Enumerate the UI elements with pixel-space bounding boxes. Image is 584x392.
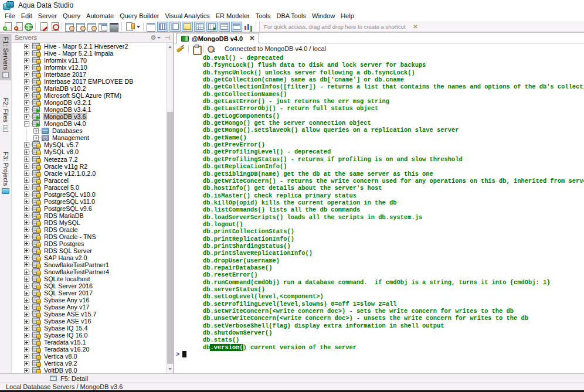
expand-icon[interactable]: [24, 234, 29, 239]
tree-item-oracle-v12-1-0-2-0[interactable]: Oracle v12.1.0.2.0: [12, 170, 173, 177]
expand-icon[interactable]: [24, 149, 29, 155]
tree-item-hive-mapr-5-2-1-impala[interactable]: Hive - Mapr 5.2.1 Impala: [12, 50, 173, 57]
tree-item-label[interactable]: Paraccel: [43, 177, 70, 184]
tree-item-label[interactable]: Sybase Any v17: [43, 304, 90, 311]
tree-item-vertica-v9-2[interactable]: Vertica v9.2: [12, 360, 173, 367]
tree-item-vertica-v8-0[interactable]: Vertica v8.0: [12, 353, 173, 360]
tree-item-label[interactable]: Sybase Any v16: [43, 296, 90, 304]
chart-icon[interactable]: [243, 22, 253, 31]
tree-item-label[interactable]: MongoDB v3.4.1: [43, 106, 92, 113]
scroll-up-icon[interactable]: [168, 46, 172, 48]
tree-item-label[interactable]: MySQL v8.0: [43, 148, 80, 155]
tree-item-mongodb-v4-0[interactable]: MongoDB v4.0: [12, 120, 173, 127]
server-registration-icon[interactable]: [13, 22, 23, 31]
tree-item-rds-mysql[interactable]: RDS MySQL: [12, 219, 173, 226]
tree-item-sql-server-2017[interactable]: SQL Server 2017: [12, 289, 173, 296]
table-data-icon[interactable]: [64, 22, 74, 31]
menu-query-builder[interactable]: Query Builder: [117, 12, 162, 19]
tree-item-label[interactable]: RDS MariaDB: [43, 212, 85, 219]
tree-item-postgresql-v11-0[interactable]: PostgreSQL v11.0: [12, 198, 173, 205]
tree-item-sql-server-2016[interactable]: SQL Server 2016: [12, 282, 173, 289]
tree-item-label[interactable]: Interbase 2017: [43, 71, 87, 78]
tree-item-label[interactable]: SQL Server 2016: [43, 282, 94, 289]
expand-icon[interactable]: [24, 312, 29, 317]
expand-icon[interactable]: [24, 72, 29, 77]
tree-item-databases[interactable]: Databases: [12, 127, 173, 134]
tree-item-interbase-2017-employee-db[interactable]: Interbase 2017 EMPLOYEE DB: [12, 78, 173, 85]
open-query-analyzer-icon[interactable]: [49, 22, 59, 31]
list-view-icon[interactable]: [219, 22, 230, 32]
tree-item-sybase-iq-15-4[interactable]: Sybase IQ 15.4: [12, 325, 173, 332]
tree-item-interbase-2017[interactable]: Interbase 2017: [12, 71, 173, 78]
tree-item-rds-mariadb[interactable]: RDS MariaDB: [12, 212, 173, 219]
tree-item-label[interactable]: VoltDB v8.0: [43, 367, 78, 373]
tree-item-label[interactable]: Informix v11.70: [43, 57, 88, 64]
tree-item-sybase-any-v16[interactable]: Sybase Any v16: [12, 296, 173, 304]
new-file-icon[interactable]: [124, 22, 134, 31]
expand-icon[interactable]: [24, 277, 29, 282]
tree-item-label[interactable]: SQL Server 2017: [43, 289, 94, 296]
tree-item-label[interactable]: Databases: [51, 127, 84, 134]
menu-server[interactable]: Server: [35, 12, 60, 19]
tab-mongodb-v4[interactable]: @MongoDB v4.0 ✕: [176, 33, 259, 43]
tree-item-label[interactable]: PostgreSQL v9.6: [43, 205, 93, 212]
tree-item-label[interactable]: PostgreSQL v10.0: [43, 191, 97, 198]
expand-icon[interactable]: [24, 65, 29, 70]
tree-item-label[interactable]: Teradata v15.1: [43, 339, 87, 346]
expand-icon[interactable]: [24, 354, 29, 359]
tree-item-label[interactable]: RDS Oracle - TNS: [43, 233, 97, 240]
expand-icon[interactable]: [33, 135, 39, 141]
expand-icon[interactable]: [24, 305, 29, 310]
new-query-analyzer-icon[interactable]: [38, 22, 48, 31]
expand-icon[interactable]: [24, 163, 29, 169]
tree-item-paraccel-5-0[interactable]: Paraccel 5.0: [12, 184, 173, 191]
expand-icon[interactable]: [24, 86, 29, 91]
details-view-icon[interactable]: [169, 22, 181, 32]
new-file-dropdown-icon[interactable]: [135, 22, 141, 31]
tree-item-sap-hana-v2-0[interactable]: SAP Hana v2.0: [12, 254, 173, 261]
expand-icon[interactable]: [24, 199, 29, 204]
menu-visual-analytics[interactable]: Visual Analytics: [162, 12, 212, 19]
tree-item-label[interactable]: Oracle v12.1.0.2.0: [43, 170, 97, 177]
tree-item-sqlite-localhost[interactable]: SQLite localhost: [12, 275, 173, 282]
tree-item-label[interactable]: Informix v12.10: [43, 64, 89, 71]
connections-icon[interactable]: [25, 23, 33, 31]
collapse-icon[interactable]: [24, 121, 29, 127]
expand-icon[interactable]: [24, 241, 29, 246]
gear-dropdown-icon[interactable]: [157, 37, 161, 39]
tree-item-sybase-ase-v15-7[interactable]: Sybase ASE v15.7: [12, 311, 173, 318]
tree-item-label[interactable]: Hive - Mapr 5.2.1 Hiveserver2: [43, 43, 129, 50]
expand-icon[interactable]: [24, 206, 29, 211]
tree-item-label[interactable]: Vertica v8.0: [43, 353, 78, 360]
menu-edit[interactable]: Edit: [18, 12, 35, 19]
tree-item-label[interactable]: Sybase ASE v15.7: [43, 311, 97, 318]
scroll-down-icon[interactable]: [168, 368, 172, 370]
tree-item-label[interactable]: SQLite localhost: [43, 275, 91, 282]
tree-item-postgresql-v10-0[interactable]: PostgreSQL v10.0: [12, 191, 173, 198]
tree-item-microsoft-sql-azure-rtm[interactable]: Microsoft SQL Azure (RTM): [12, 92, 173, 99]
schema-browser-icon[interactable]: [87, 22, 97, 31]
table-view-icon[interactable]: [194, 22, 205, 32]
expand-icon[interactable]: [24, 347, 29, 352]
restore-window-icon[interactable]: [146, 22, 156, 31]
tree-item-label[interactable]: PostgreSQL v11.0: [43, 198, 96, 205]
expand-icon[interactable]: [24, 192, 29, 197]
tree-item-label[interactable]: Microsoft SQL Azure (RTM): [43, 92, 123, 99]
tree-item-voltdb-v8-0[interactable]: VoltDB v8.0: [12, 367, 173, 373]
tree-item-label[interactable]: MongoDB v4.0: [43, 120, 87, 127]
tree-item-mongodb-v3-6[interactable]: MongoDB v3.6: [12, 113, 173, 120]
expand-icon[interactable]: [24, 213, 29, 218]
tree-item-rds-postgres[interactable]: RDS Postgres: [12, 240, 173, 247]
table-search-icon[interactable]: [76, 22, 86, 31]
window-browser-icon[interactable]: [98, 22, 108, 31]
tree-item-label[interactable]: Netezza 7.2: [43, 156, 79, 163]
tree-item-label[interactable]: SAP Hana v2.0: [43, 254, 89, 261]
expand-icon[interactable]: [24, 248, 29, 253]
expand-icon[interactable]: [24, 114, 29, 120]
menu-er-modeler[interactable]: ER Modeler: [213, 12, 253, 19]
tree-item-informix-v12-10[interactable]: Informix v12.10: [12, 64, 173, 71]
tree-item-label[interactable]: MySQL v5.7: [43, 141, 80, 148]
expand-icon[interactable]: [24, 107, 29, 113]
tree-item-rds-oracle[interactable]: RDS Oracle: [12, 226, 173, 233]
hide-panel-icon[interactable]: ⊣: [164, 35, 170, 41]
